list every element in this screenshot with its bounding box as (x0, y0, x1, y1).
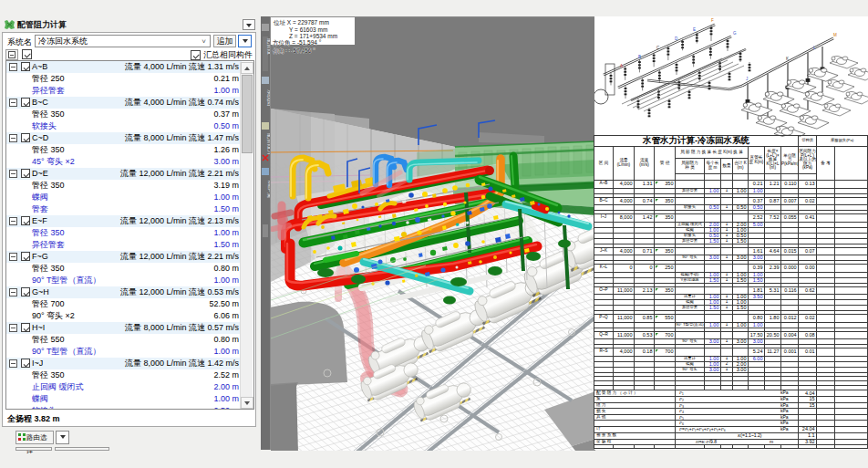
svg-text:M: M (833, 33, 837, 37)
svg-text:位址 X = 229787 mm: 位址 X = 229787 mm (274, 19, 329, 26)
svg-text:E: E (693, 27, 696, 32)
svg-text:A: A (620, 64, 623, 68)
svg-text:Z = 171+9534 mm: Z = 171+9534 mm (289, 33, 337, 39)
svg-text:F: F (711, 18, 714, 23)
svg-text:G: G (733, 31, 737, 36)
svg-text:J: J (746, 77, 748, 81)
svg-text:仰角 = -57.456 °: 仰角 = -57.456 ° (273, 47, 315, 55)
svg-text:方位角 = -51.594 °: 方位角 = -51.594 ° (273, 39, 322, 47)
svg-text:K: K (786, 57, 789, 61)
svg-text:Y = 61603 mm: Y = 61603 mm (289, 26, 327, 33)
svg-text:B: B (638, 55, 641, 59)
